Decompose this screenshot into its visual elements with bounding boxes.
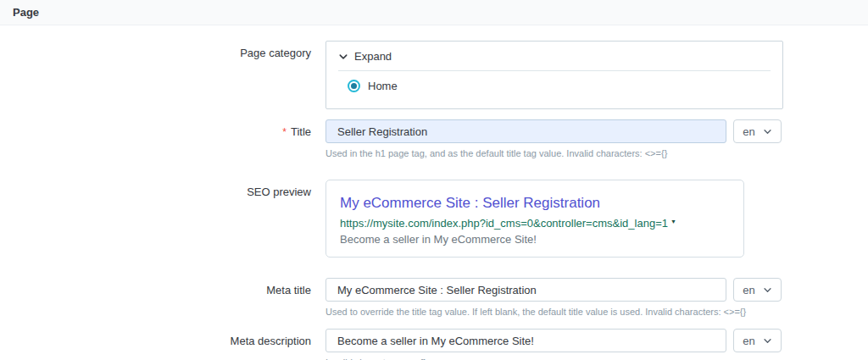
title-label: *Title xyxy=(0,119,326,138)
page-category-row: Page category Expand Home xyxy=(0,41,868,109)
radio-button-home[interactable] xyxy=(348,80,360,92)
meta-description-input[interactable] xyxy=(326,329,726,352)
panel-header: Page xyxy=(0,0,868,25)
meta-title-language-dropdown[interactable]: en xyxy=(733,278,782,302)
title-input[interactable] xyxy=(326,119,726,143)
meta-title-input[interactable] xyxy=(326,278,726,302)
chevron-down-icon xyxy=(763,127,772,136)
serp-description: Become a seller in My eCommerce Site! xyxy=(340,232,730,247)
meta-description-row: Meta description en Invalid characters: … xyxy=(0,329,868,360)
category-option-home[interactable]: Home xyxy=(326,71,782,108)
title-language-dropdown[interactable]: en xyxy=(733,119,782,143)
chevron-down-icon xyxy=(338,52,348,62)
page-category-label: Page category xyxy=(0,41,326,59)
chevron-down-icon xyxy=(763,285,772,295)
serp-url: https://mysite.com/index.php?id_cms=0&co… xyxy=(340,216,730,231)
title-row: *Title en Used in the h1 page tag, and a… xyxy=(0,119,868,158)
meta-description-language-dropdown[interactable]: en xyxy=(733,329,782,352)
expand-toggle[interactable]: Expand xyxy=(326,42,782,70)
expand-label: Expand xyxy=(354,50,392,63)
meta-description-label: Meta description xyxy=(0,329,326,347)
meta-title-row: Meta title en Used to override the title… xyxy=(0,278,868,317)
page-category-tree: Expand Home xyxy=(326,41,783,109)
required-asterisk: * xyxy=(282,126,287,138)
category-option-label: Home xyxy=(368,80,398,92)
title-help-text: Used in the h1 page tag, and as the defa… xyxy=(326,148,782,158)
seo-preview-label: SEO preview xyxy=(0,180,326,198)
meta-title-help-text: Used to override the title tag value. If… xyxy=(326,307,782,317)
panel-title: Page xyxy=(13,6,39,19)
serp-title: My eCommerce Site : Seller Registration xyxy=(340,196,730,212)
meta-title-label: Meta title xyxy=(0,278,326,296)
chevron-down-icon xyxy=(763,336,772,346)
language-code: en xyxy=(743,125,754,138)
serp-dropdown-caret-icon: ▼ xyxy=(670,219,676,224)
language-code: en xyxy=(743,284,754,296)
language-code: en xyxy=(743,335,754,347)
serp-preview-card: My eCommerce Site : Seller Registration … xyxy=(326,180,744,258)
seo-preview-row: SEO preview My eCommerce Site : Seller R… xyxy=(0,180,868,258)
